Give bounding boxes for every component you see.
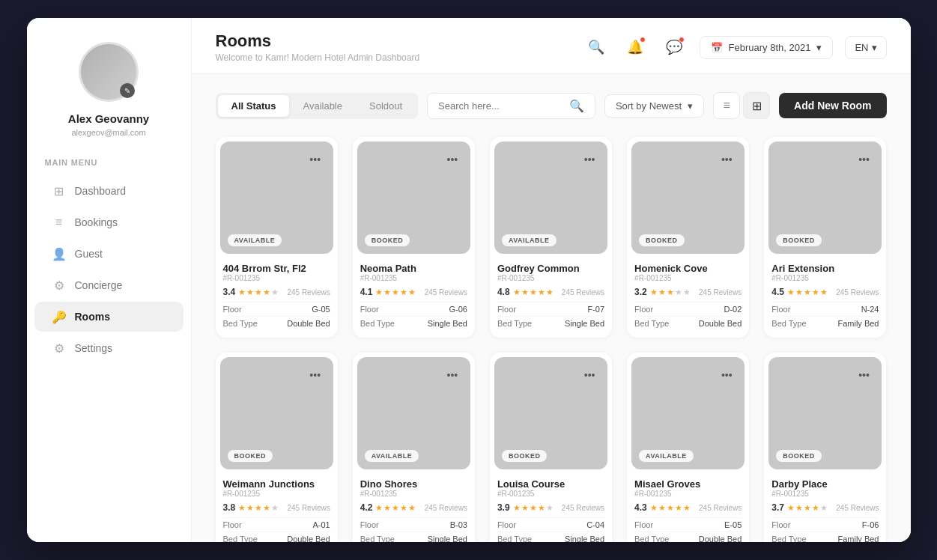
nav-list: ⊞Dashboard≡Bookings👤Guest⚙Concierge🔑Room… (27, 174, 191, 365)
room-card: ••• BOOKED Weimann Junctions #R-001235 3… (216, 353, 338, 542)
page-subtitle: Welcome to Kamr! Modern Hotel Admin Dash… (216, 52, 420, 63)
star-full: ★ (658, 287, 666, 297)
floor-label: Floor (360, 305, 379, 314)
notification-badge (640, 37, 646, 43)
room-rating: 3.2 ★★★★★ 245 Reviews (634, 287, 742, 297)
sidebar-item-bookings[interactable]: ≡Bookings (34, 207, 184, 237)
room-card-body: Neoma Path #R-001235 4.1 ★★★★★ 245 Revie… (353, 258, 475, 338)
header: Rooms Welcome to Kamr! Modern Hotel Admi… (192, 18, 911, 74)
room-menu-button[interactable]: ••• (853, 365, 874, 386)
room-status-badge: BOOKED (776, 234, 822, 246)
room-image: ••• BOOKED (768, 141, 882, 254)
rating-value: 4.8 (497, 287, 510, 297)
app-window: ✎ Alex Geovanny alexgeov@mail.com Main M… (27, 18, 911, 542)
room-status-badge: BOOKED (228, 450, 273, 462)
messages-button[interactable]: 💬 (661, 34, 688, 61)
room-rating: 4.5 ★★★★★ 245 Reviews (771, 287, 879, 297)
room-rating: 3.4 ★★★★★ 245 Reviews (223, 287, 330, 297)
star-full: ★ (246, 503, 254, 513)
sidebar-item-label: Concierge (75, 279, 123, 291)
rating-value: 3.7 (771, 502, 784, 513)
room-status-badge: BOOKED (639, 234, 685, 246)
floor-value: A-01 (312, 520, 330, 529)
bed-type-label: Bed Type (497, 319, 532, 328)
sidebar-item-settings[interactable]: ⚙Settings (34, 333, 184, 363)
avatar-edit-icon[interactable]: ✎ (120, 83, 135, 98)
room-menu-button[interactable]: ••• (442, 149, 463, 170)
filter-tab-available[interactable]: Available (289, 95, 356, 117)
bed-type-value: Double Bed (287, 535, 330, 542)
floor-value: G-06 (449, 305, 467, 314)
bed-type-label: Bed Type (771, 535, 806, 542)
room-menu-button[interactable]: ••• (305, 149, 326, 170)
star-full: ★ (375, 287, 383, 297)
floor-value: G-05 (312, 305, 330, 314)
notifications-button[interactable]: 🔔 (622, 34, 649, 61)
room-menu-button[interactable]: ••• (579, 365, 600, 386)
search-icon: 🔍 (588, 39, 604, 55)
star-full: ★ (787, 287, 795, 297)
date-selector[interactable]: 📅 February 8th, 2021 ▾ (700, 36, 834, 59)
star-full: ★ (263, 503, 270, 513)
star-full: ★ (375, 503, 383, 513)
bed-type-label: Bed Type (223, 319, 258, 328)
star-half: ★ (546, 287, 554, 297)
room-menu-button[interactable]: ••• (853, 149, 874, 170)
rooms-icon: 🔑 (52, 310, 66, 323)
sidebar-item-concierge[interactable]: ⚙Concierge (34, 270, 184, 300)
room-card: ••• BOOKED Ari Extension #R-001235 4.5 ★… (764, 137, 886, 338)
sidebar-item-label: Rooms (75, 311, 110, 323)
room-menu-button[interactable]: ••• (579, 149, 600, 170)
bed-type-label: Bed Type (634, 535, 669, 542)
room-rating: 4.3 ★★★★★ 245 Reviews (634, 502, 742, 513)
room-menu-button[interactable]: ••• (442, 365, 463, 386)
star-full: ★ (530, 287, 537, 297)
sort-button[interactable]: Sort by Newest ▾ (604, 94, 704, 118)
bed-type-value: Single Bed (565, 535, 604, 542)
room-status-badge: AVAILABLE (365, 450, 419, 462)
room-floor-row: Floor D-02 (634, 302, 742, 316)
sidebar-item-guest[interactable]: 👤Guest (34, 239, 184, 269)
rating-value: 4.5 (771, 287, 784, 297)
room-bedtype-row: Bed Type Double Bed (634, 532, 742, 542)
room-card: ••• BOOKED Louisa Course #R-001235 3.9 ★… (490, 353, 612, 542)
room-menu-button[interactable]: ••• (716, 149, 737, 170)
star-full: ★ (513, 287, 521, 297)
room-status-badge: BOOKED (776, 450, 822, 462)
room-floor-row: Floor G-06 (360, 302, 467, 316)
room-bedtype-row: Bed Type Double Bed (223, 316, 330, 330)
lang-text: EN (855, 42, 868, 53)
bed-type-label: Bed Type (360, 535, 395, 542)
add-room-button[interactable]: Add New Room (779, 93, 886, 118)
language-selector[interactable]: EN ▾ (845, 36, 886, 59)
star-empty: ★ (820, 503, 828, 513)
reviews-count: 245 Reviews (562, 288, 604, 296)
star-full: ★ (804, 503, 811, 513)
grid-view-button[interactable]: ⊞ (743, 92, 770, 119)
room-name: 404 Brrom Str, Fl2 (223, 263, 330, 274)
filter-tab-soldout[interactable]: Soldout (356, 95, 416, 117)
star-full: ★ (521, 287, 529, 297)
room-menu-button[interactable]: ••• (716, 365, 737, 386)
bed-type-value: Single Bed (428, 535, 467, 542)
list-view-button[interactable]: ≡ (713, 92, 740, 119)
star-full: ★ (650, 503, 658, 513)
list-icon: ≡ (723, 99, 730, 112)
room-menu-button[interactable]: ••• (305, 365, 326, 386)
star-full: ★ (795, 287, 803, 297)
room-id: #R-001235 (634, 490, 742, 498)
room-image: ••• AVAILABLE (631, 357, 745, 469)
search-button[interactable]: 🔍 (583, 34, 610, 61)
room-name: Dino Shores (360, 478, 467, 490)
sidebar-item-dashboard[interactable]: ⊞Dashboard (34, 176, 184, 206)
sidebar-item-label: Guest (75, 248, 103, 260)
star-full: ★ (400, 503, 407, 513)
date-text: February 8th, 2021 (729, 42, 811, 53)
star-full: ★ (521, 503, 529, 513)
sidebar-item-rooms[interactable]: 🔑Rooms (34, 302, 184, 332)
bed-type-value: Family Bed (837, 535, 879, 542)
bookings-icon: ≡ (52, 216, 66, 229)
search-input[interactable] (438, 100, 563, 112)
filter-tab-all-status[interactable]: All Status (218, 95, 290, 117)
room-id: #R-001235 (223, 490, 330, 498)
